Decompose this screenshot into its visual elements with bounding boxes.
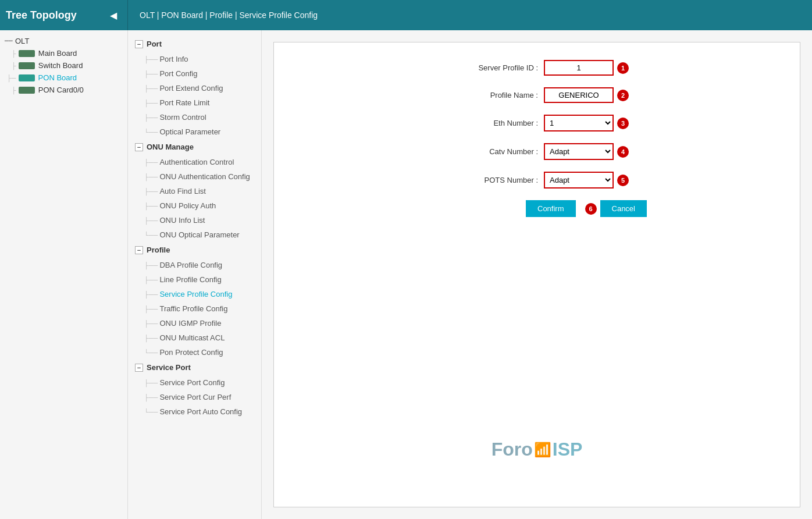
nav-item-port-info[interactable]: Port Info — [128, 52, 261, 66]
nav-item-storm-control[interactable]: Storm Control — [128, 110, 261, 125]
badge-3: 3 — [617, 118, 629, 129]
nav-item-service-port-cur-perf[interactable]: Service Port Cur Perf — [128, 390, 261, 404]
form-row-pots-number: POTS Number : Adapt 0 1 2 5 — [297, 172, 777, 189]
collapse-service-port-icon: − — [135, 364, 143, 372]
badge-6: 6 — [585, 203, 597, 215]
label-profile-name: Profile Name : — [445, 91, 538, 99]
watermark: Foro📶ISP — [492, 439, 583, 460]
select-eth-number[interactable]: 1 2 3 4 — [544, 115, 614, 131]
nav-item-auth-control[interactable]: Authentication Control — [128, 155, 261, 169]
tree-connector-switch: ├ — [12, 62, 16, 69]
olt-icon: ━━ — [5, 37, 13, 45]
nav-item-auto-find-list[interactable]: Auto Find List — [128, 184, 261, 198]
badge-4: 4 — [617, 146, 629, 158]
nav-panel: − Port Port Info Port Config Port Extend… — [128, 30, 262, 519]
nav-item-traffic-profile[interactable]: Traffic Profile Config — [128, 301, 261, 316]
tree-connector-main: ├ — [12, 50, 16, 57]
sidebar-item-main-board[interactable]: ├ Main Board — [0, 47, 127, 59]
collapse-button[interactable]: ◀ — [105, 8, 122, 23]
cancel-button[interactable]: Cancel — [600, 200, 647, 217]
sidebar-item-switch-board[interactable]: ├ Switch Board — [0, 59, 127, 72]
nav-item-port-extend-config[interactable]: Port Extend Config — [128, 81, 261, 95]
badge-2: 2 — [617, 90, 629, 101]
label-pots-number: POTS Number : — [445, 176, 538, 184]
watermark-wifi-icon: 📶 — [534, 442, 551, 458]
nav-section-profile[interactable]: − Profile — [128, 242, 261, 258]
label-eth-number: Eth Number : — [445, 119, 538, 127]
form-container: Server Profile ID : 1 Profile Name : 2 E… — [273, 42, 800, 507]
watermark-foro-text: Foro — [492, 439, 533, 460]
nav-item-pon-protect-config[interactable]: Pon Protect Config — [128, 345, 261, 360]
input-server-profile-id[interactable] — [544, 60, 614, 76]
pon-board-icon — [19, 74, 35, 81]
nav-item-service-port-config[interactable]: Service Port Config — [128, 375, 261, 390]
form-panel: Server Profile ID : 1 Profile Name : 2 E… — [262, 30, 812, 519]
nav-item-optical-parameter[interactable]: Optical Parameter — [128, 125, 261, 139]
app-title: Tree Topology — [6, 9, 77, 22]
switch-board-icon — [19, 62, 35, 69]
watermark-isp-text: ISP — [553, 439, 583, 460]
form-row-server-profile-id: Server Profile ID : 1 — [297, 60, 777, 76]
nav-item-onu-igmp-profile[interactable]: ONU IGMP Profile — [128, 316, 261, 330]
sidebar-item-pon-board[interactable]: ├─ PON Board — [0, 72, 127, 84]
nav-item-port-config[interactable]: Port Config — [128, 66, 261, 81]
nav-item-dba-profile[interactable]: DBA Profile Config — [128, 258, 261, 272]
main-board-icon — [19, 50, 35, 57]
sidebar-item-olt[interactable]: ━━ OLT — [0, 35, 127, 47]
sidebar-item-pon-card[interactable]: ├ PON Card0/0 — [0, 84, 127, 96]
nav-section-onu-manage[interactable]: − ONU Manage — [128, 139, 261, 155]
pon-card-icon — [19, 87, 35, 94]
sidebar-title: Tree Topology ◀ — [0, 0, 128, 30]
nav-item-port-rate-limit[interactable]: Port Rate Limit — [128, 95, 261, 110]
select-pots-number[interactable]: Adapt 0 1 2 — [544, 172, 614, 189]
nav-item-onu-info-list[interactable]: ONU Info List — [128, 213, 261, 227]
sidebar: ━━ OLT ├ Main Board ├ Switch Board ├─ PO… — [0, 30, 128, 519]
label-server-profile-id: Server Profile ID : — [445, 63, 538, 72]
badge-5: 5 — [617, 175, 629, 186]
tree-connector-pon-card: ├ — [12, 87, 16, 94]
form-row-catv-number: Catv Number : Adapt 0 1 4 — [297, 143, 777, 160]
label-catv-number: Catv Number : — [445, 147, 538, 156]
badge-1: 1 — [617, 62, 629, 74]
nav-item-service-profile-config[interactable]: Service Profile Config — [128, 287, 261, 301]
nav-item-service-port-auto-config[interactable]: Service Port Auto Config — [128, 404, 261, 419]
nav-section-port[interactable]: − Port — [128, 36, 261, 52]
nav-item-onu-optical-parameter[interactable]: ONU Optical Parameter — [128, 227, 261, 242]
confirm-button[interactable]: Confirm — [526, 200, 576, 217]
select-catv-number[interactable]: Adapt 0 1 — [544, 143, 614, 160]
form-row-buttons: Confirm 6 Cancel — [297, 200, 777, 217]
collapse-onu-icon: − — [135, 143, 143, 151]
nav-item-line-profile[interactable]: Line Profile Config — [128, 272, 261, 287]
collapse-profile-icon: − — [135, 246, 143, 254]
nav-item-onu-auth-config[interactable]: ONU Authentication Config — [128, 169, 261, 184]
nav-item-onu-policy-auth[interactable]: ONU Policy Auth — [128, 198, 261, 213]
nav-section-service-port[interactable]: − Service Port — [128, 360, 261, 375]
form-row-profile-name: Profile Name : 2 — [297, 87, 777, 103]
breadcrumb: OLT | PON Board | Profile | Service Prof… — [128, 10, 329, 20]
collapse-port-icon: − — [135, 40, 143, 48]
form-row-eth-number: Eth Number : 1 2 3 4 3 — [297, 115, 777, 131]
nav-item-onu-multicast-acl[interactable]: ONU Multicast ACL — [128, 330, 261, 345]
tree-connector-pon: ├─ — [7, 74, 16, 81]
input-profile-name[interactable] — [544, 87, 614, 103]
